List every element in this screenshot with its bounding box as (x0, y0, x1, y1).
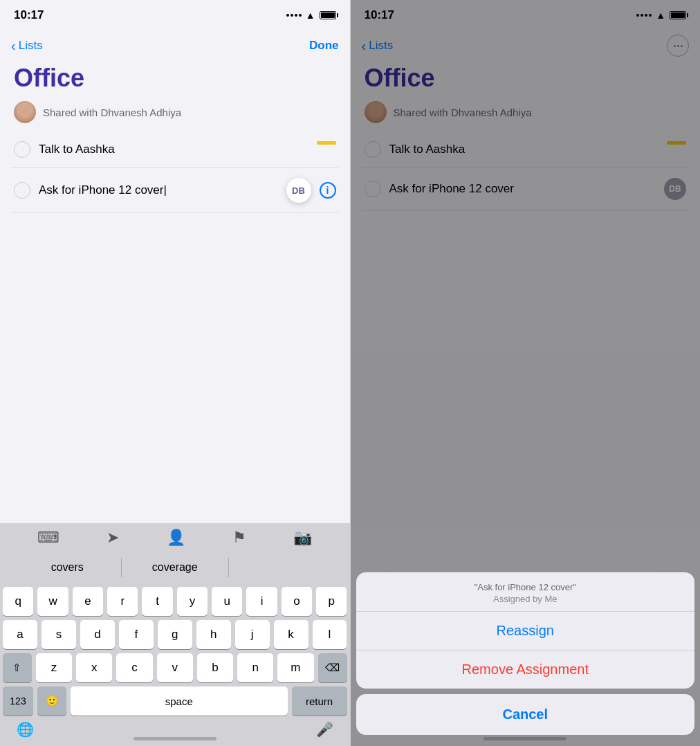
key-b[interactable]: b (197, 653, 233, 682)
key-row-3: ⇧ z x c v b n m ⌫ (3, 653, 347, 682)
task-accent-1-left (317, 141, 336, 145)
key-c[interactable]: c (116, 653, 152, 682)
info-icon-left[interactable]: i (320, 182, 336, 199)
key-space[interactable]: space (71, 686, 288, 716)
key-shift[interactable]: ⇧ (3, 653, 32, 682)
chevron-left-icon: ‹ (11, 38, 16, 54)
key-i[interactable]: i (246, 587, 277, 616)
suggestions-bar: covers coverage (0, 552, 350, 583)
status-icons-left: ▲ (286, 10, 336, 21)
key-e[interactable]: e (73, 587, 103, 616)
key-w[interactable]: w (37, 587, 68, 616)
nav-bar-left: ‹ Lists Done (0, 30, 350, 61)
action-sheet: "Ask for iPhone 12 cover" Assigned by Me… (356, 572, 695, 689)
key-emoji[interactable]: 🙂 (37, 686, 66, 716)
back-label-left: Lists (19, 39, 43, 53)
left-panel: 10:17 ▲ ‹ Lists Done Office Shared wit (0, 0, 350, 746)
key-h[interactable]: h (196, 620, 231, 649)
assign-bubble-left[interactable]: DB (286, 178, 311, 203)
key-delete[interactable]: ⌫ (318, 653, 347, 682)
toolbar-left: ⌨ ➤ 👤 ⚑ 📷 (0, 523, 350, 552)
reassign-button[interactable]: Reassign (356, 612, 695, 650)
dot2 (291, 14, 293, 17)
key-row-4: 123 🙂 space return (3, 686, 347, 716)
done-button[interactable]: Done (309, 39, 339, 53)
key-return[interactable]: return (292, 686, 347, 716)
task-item-2-left[interactable]: Ask for iPhone 12 cover DB i (11, 168, 339, 213)
key-z[interactable]: z (36, 653, 72, 682)
action-sheet-title: "Ask for iPhone 12 cover" (367, 582, 684, 592)
page-title-left: Office (0, 61, 350, 98)
key-123[interactable]: 123 (3, 686, 33, 716)
status-time-left: 10:17 (14, 8, 44, 22)
dot4 (299, 14, 302, 17)
key-s[interactable]: s (42, 620, 76, 649)
suggestion-3[interactable] (229, 552, 336, 583)
key-v[interactable]: v (157, 653, 193, 682)
camera-icon[interactable]: 📷 (293, 529, 312, 547)
mic-icon[interactable]: 🎤 (316, 721, 333, 738)
key-d[interactable]: d (80, 620, 115, 649)
status-bar-left: 10:17 ▲ (0, 0, 350, 30)
send-icon[interactable]: ➤ (107, 529, 119, 547)
key-j[interactable]: j (235, 620, 270, 649)
avatar-face-left (14, 101, 36, 123)
flag-icon[interactable]: ⚑ (232, 529, 246, 547)
action-sheet-container: "Ask for iPhone 12 cover" Assigned by Me… (351, 572, 701, 746)
key-l[interactable]: l (313, 620, 347, 649)
key-f[interactable]: f (119, 620, 154, 649)
key-n[interactable]: n (237, 653, 273, 682)
action-sheet-header: "Ask for iPhone 12 cover" Assigned by Me (356, 572, 695, 612)
wifi-icon: ▲ (306, 10, 315, 21)
keyboard: q w e r t y u i o p a s d f g h j k l ⇧ … (0, 583, 350, 746)
key-a[interactable]: a (3, 620, 37, 649)
battery-icon (320, 11, 336, 19)
key-row-2: a s d f g h j k l (3, 620, 347, 649)
action-sheet-subtitle: Assigned by Me (367, 594, 684, 604)
dot3 (295, 14, 297, 17)
key-u[interactable]: u (212, 587, 242, 616)
dot1 (286, 14, 289, 17)
task-checkbox-1-left[interactable] (14, 141, 30, 158)
key-g[interactable]: g (158, 620, 192, 649)
key-o[interactable]: o (282, 587, 312, 616)
key-q[interactable]: q (3, 587, 33, 616)
cancel-button[interactable]: Cancel (356, 694, 695, 735)
task-text-2-left: Ask for iPhone 12 cover (39, 183, 278, 197)
key-y[interactable]: y (177, 587, 208, 616)
task-list-left: Talk to Aashka Ask for iPhone 12 cover D… (0, 131, 350, 213)
key-row-1: q w e r t y u i o p (3, 587, 347, 616)
task-text-1-left: Talk to Aashka (39, 143, 336, 156)
avatar-left (14, 101, 36, 123)
key-p[interactable]: p (316, 587, 347, 616)
suggestion-2[interactable]: coverage (122, 552, 229, 583)
home-indicator-left (133, 737, 217, 740)
key-x[interactable]: x (76, 653, 112, 682)
key-t[interactable]: t (142, 587, 172, 616)
remove-assignment-button[interactable]: Remove Assignment (356, 651, 695, 689)
signal-dots (286, 14, 302, 17)
suggestion-1[interactable]: covers (14, 552, 121, 583)
back-button-left[interactable]: ‹ Lists (11, 38, 43, 54)
task-checkbox-2-left[interactable] (14, 182, 30, 199)
right-panel: 10:17 ▲ ‹ Lists Off (351, 0, 701, 746)
shared-text-left: Shared with Dhvanesh Adhiya (43, 107, 181, 118)
battery-fill (321, 12, 335, 18)
key-k[interactable]: k (274, 620, 308, 649)
person-add-icon[interactable]: 👤 (167, 529, 185, 547)
key-m[interactable]: m (277, 653, 313, 682)
globe-icon[interactable]: 🌐 (17, 721, 34, 738)
keyboard-icon[interactable]: ⌨ (37, 529, 59, 547)
key-r[interactable]: r (107, 587, 138, 616)
action-cancel-sheet: Cancel (356, 694, 695, 735)
task-item-1-left[interactable]: Talk to Aashka (11, 131, 339, 168)
shared-row-left: Shared with Dhvanesh Adhiya (0, 98, 350, 131)
